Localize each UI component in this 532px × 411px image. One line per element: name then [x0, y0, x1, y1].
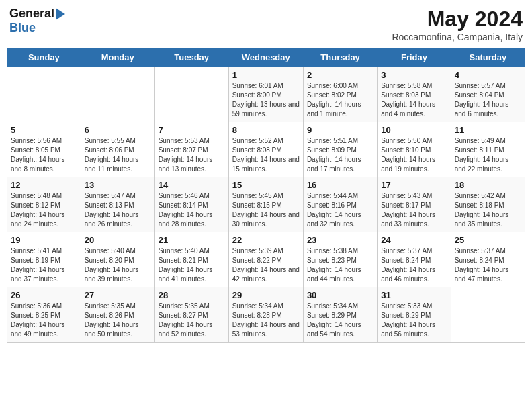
- day-info: Sunrise: 5:37 AMSunset: 8:24 PMDaylight:…: [381, 246, 447, 284]
- day-info: Sunrise: 5:44 AMSunset: 8:16 PMDaylight:…: [307, 191, 373, 229]
- day-number: 7: [159, 125, 225, 135]
- calendar-cell: 23Sunrise: 5:38 AMSunset: 8:23 PMDayligh…: [303, 232, 377, 287]
- day-info: Sunrise: 5:34 AMSunset: 8:28 PMDaylight:…: [232, 302, 300, 339]
- weekday-header: Friday: [378, 48, 451, 67]
- calendar-week-row: 1Sunrise: 6:01 AMSunset: 8:00 PMDaylight…: [7, 67, 525, 122]
- calendar-cell: 3Sunrise: 5:58 AMSunset: 8:03 PMDaylight…: [378, 67, 451, 122]
- weekday-header: Tuesday: [154, 48, 228, 67]
- day-info: Sunrise: 5:40 AMSunset: 8:20 PMDaylight:…: [85, 246, 151, 284]
- day-number: 11: [455, 125, 521, 135]
- day-number: 28: [159, 290, 225, 300]
- day-number: 25: [455, 235, 521, 245]
- day-info: Sunrise: 5:38 AMSunset: 8:23 PMDaylight:…: [307, 246, 373, 284]
- day-number: 9: [307, 125, 373, 135]
- calendar-cell: 26Sunrise: 5:36 AMSunset: 8:25 PMDayligh…: [7, 287, 81, 342]
- calendar-week-row: 26Sunrise: 5:36 AMSunset: 8:25 PMDayligh…: [7, 287, 525, 342]
- day-number: 15: [232, 180, 300, 190]
- day-number: 26: [11, 290, 77, 300]
- day-info: Sunrise: 5:39 AMSunset: 8:22 PMDaylight:…: [232, 246, 300, 284]
- calendar-cell: [7, 67, 81, 122]
- calendar-cell: 13Sunrise: 5:47 AMSunset: 8:13 PMDayligh…: [81, 177, 154, 232]
- day-info: Sunrise: 5:57 AMSunset: 8:04 PMDaylight:…: [455, 81, 521, 119]
- calendar-cell: 17Sunrise: 5:43 AMSunset: 8:17 PMDayligh…: [378, 177, 451, 232]
- calendar-cell: 21Sunrise: 5:40 AMSunset: 8:21 PMDayligh…: [154, 232, 228, 287]
- day-info: Sunrise: 5:55 AMSunset: 8:06 PMDaylight:…: [85, 136, 151, 174]
- day-info: Sunrise: 5:40 AMSunset: 8:21 PMDaylight:…: [159, 246, 225, 284]
- day-info: Sunrise: 5:41 AMSunset: 8:19 PMDaylight:…: [11, 246, 77, 284]
- day-number: 17: [381, 180, 447, 190]
- day-number: 2: [307, 70, 373, 80]
- day-info: Sunrise: 5:42 AMSunset: 8:18 PMDaylight:…: [455, 191, 521, 229]
- day-info: Sunrise: 6:00 AMSunset: 8:02 PMDaylight:…: [307, 81, 373, 119]
- day-info: Sunrise: 5:52 AMSunset: 8:08 PMDaylight:…: [232, 136, 300, 174]
- location-subtitle: Roccamonfina, Campania, Italy: [392, 32, 523, 42]
- calendar-cell: 5Sunrise: 5:56 AMSunset: 8:05 PMDaylight…: [7, 122, 81, 177]
- day-number: 16: [307, 180, 373, 190]
- day-number: 24: [381, 235, 447, 245]
- day-info: Sunrise: 5:35 AMSunset: 8:27 PMDaylight:…: [159, 302, 225, 339]
- day-info: Sunrise: 5:36 AMSunset: 8:25 PMDaylight:…: [11, 302, 77, 339]
- day-number: 19: [11, 235, 77, 245]
- calendar-cell: 25Sunrise: 5:37 AMSunset: 8:24 PMDayligh…: [451, 232, 525, 287]
- calendar-cell: 27Sunrise: 5:35 AMSunset: 8:26 PMDayligh…: [81, 287, 154, 342]
- page-header: General Blue May 2024 Roccamonfina, Camp…: [7, 7, 525, 42]
- day-number: 6: [85, 125, 151, 135]
- calendar-cell: 15Sunrise: 5:45 AMSunset: 8:15 PMDayligh…: [228, 177, 303, 232]
- calendar-cell: 8Sunrise: 5:52 AMSunset: 8:08 PMDaylight…: [228, 122, 303, 177]
- day-info: Sunrise: 5:49 AMSunset: 8:11 PMDaylight:…: [455, 136, 521, 174]
- calendar-cell: 19Sunrise: 5:41 AMSunset: 8:19 PMDayligh…: [7, 232, 81, 287]
- weekday-header: Sunday: [7, 48, 81, 67]
- day-info: Sunrise: 5:35 AMSunset: 8:26 PMDaylight:…: [85, 302, 151, 339]
- day-info: Sunrise: 5:50 AMSunset: 8:10 PMDaylight:…: [381, 136, 447, 174]
- calendar-week-row: 5Sunrise: 5:56 AMSunset: 8:05 PMDaylight…: [7, 122, 525, 177]
- weekday-header: Saturday: [451, 48, 525, 67]
- day-number: 14: [159, 180, 225, 190]
- day-number: 31: [381, 290, 447, 300]
- calendar-cell: 20Sunrise: 5:40 AMSunset: 8:20 PMDayligh…: [81, 232, 154, 287]
- logo: General Blue: [9, 7, 66, 35]
- calendar-cell: 7Sunrise: 5:53 AMSunset: 8:07 PMDaylight…: [154, 122, 228, 177]
- calendar-week-row: 12Sunrise: 5:48 AMSunset: 8:12 PMDayligh…: [7, 177, 525, 232]
- weekday-header: Thursday: [303, 48, 377, 67]
- day-number: 18: [455, 180, 521, 190]
- day-number: 30: [307, 290, 373, 300]
- logo-general: General: [9, 7, 54, 21]
- calendar-cell: [154, 67, 228, 122]
- calendar-cell: 22Sunrise: 5:39 AMSunset: 8:22 PMDayligh…: [228, 232, 303, 287]
- title-block: May 2024 Roccamonfina, Campania, Italy: [392, 7, 523, 42]
- calendar-cell: 1Sunrise: 6:01 AMSunset: 8:00 PMDaylight…: [228, 67, 303, 122]
- day-number: 21: [159, 235, 225, 245]
- calendar-cell: 14Sunrise: 5:46 AMSunset: 8:14 PMDayligh…: [154, 177, 228, 232]
- weekday-header: Monday: [81, 48, 154, 67]
- month-title: May 2024: [392, 7, 523, 32]
- day-number: 1: [232, 70, 300, 80]
- day-info: Sunrise: 5:45 AMSunset: 8:15 PMDaylight:…: [232, 191, 300, 229]
- day-info: Sunrise: 5:47 AMSunset: 8:13 PMDaylight:…: [85, 191, 151, 229]
- day-number: 10: [381, 125, 447, 135]
- calendar-cell: 10Sunrise: 5:50 AMSunset: 8:10 PMDayligh…: [378, 122, 451, 177]
- day-number: 23: [307, 235, 373, 245]
- calendar-cell: 29Sunrise: 5:34 AMSunset: 8:28 PMDayligh…: [228, 287, 303, 342]
- calendar-cell: 16Sunrise: 5:44 AMSunset: 8:16 PMDayligh…: [303, 177, 377, 232]
- day-number: 5: [11, 125, 77, 135]
- day-info: Sunrise: 5:53 AMSunset: 8:07 PMDaylight:…: [159, 136, 225, 174]
- day-info: Sunrise: 5:48 AMSunset: 8:12 PMDaylight:…: [11, 191, 77, 229]
- day-info: Sunrise: 5:51 AMSunset: 8:09 PMDaylight:…: [307, 136, 373, 174]
- day-info: Sunrise: 5:34 AMSunset: 8:29 PMDaylight:…: [307, 302, 373, 339]
- day-info: Sunrise: 5:46 AMSunset: 8:14 PMDaylight:…: [159, 191, 225, 229]
- day-info: Sunrise: 6:01 AMSunset: 8:00 PMDaylight:…: [232, 81, 300, 119]
- day-info: Sunrise: 5:56 AMSunset: 8:05 PMDaylight:…: [11, 136, 77, 174]
- calendar-cell: 24Sunrise: 5:37 AMSunset: 8:24 PMDayligh…: [378, 232, 451, 287]
- day-number: 8: [232, 125, 300, 135]
- calendar-cell: 11Sunrise: 5:49 AMSunset: 8:11 PMDayligh…: [451, 122, 525, 177]
- day-number: 22: [232, 235, 300, 245]
- calendar-cell: 6Sunrise: 5:55 AMSunset: 8:06 PMDaylight…: [81, 122, 154, 177]
- day-number: 27: [85, 290, 151, 300]
- calendar-cell: 18Sunrise: 5:42 AMSunset: 8:18 PMDayligh…: [451, 177, 525, 232]
- weekday-header-row: SundayMondayTuesdayWednesdayThursdayFrid…: [7, 48, 525, 67]
- calendar-cell: [81, 67, 154, 122]
- calendar-cell: 30Sunrise: 5:34 AMSunset: 8:29 PMDayligh…: [303, 287, 377, 342]
- calendar-cell: 4Sunrise: 5:57 AMSunset: 8:04 PMDaylight…: [451, 67, 525, 122]
- day-info: Sunrise: 5:37 AMSunset: 8:24 PMDaylight:…: [455, 246, 521, 284]
- day-number: 4: [455, 70, 521, 80]
